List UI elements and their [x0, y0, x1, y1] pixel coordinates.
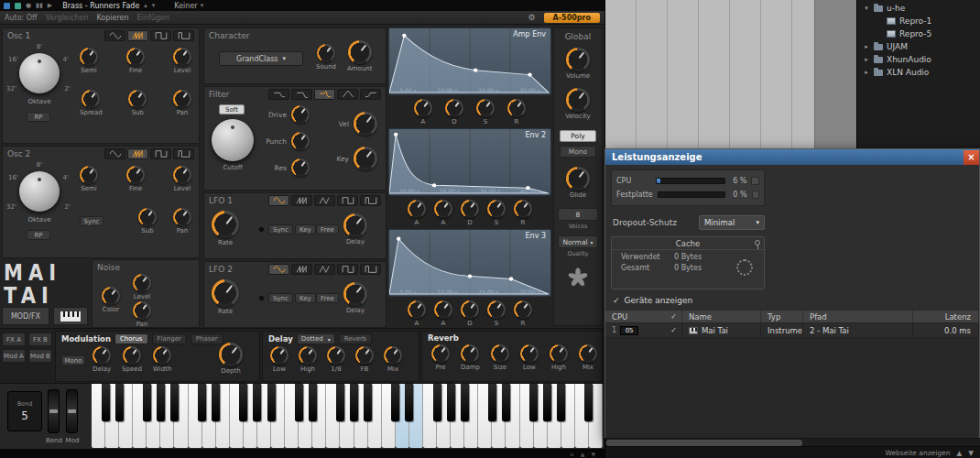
- piano-black-key[interactable]: [447, 384, 455, 421]
- close-button[interactable]: ×: [964, 150, 979, 165]
- pin-icon[interactable]: [755, 240, 760, 245]
- cpu-meter-icon[interactable]: [751, 177, 759, 185]
- knob-lfo1-delay[interactable]: [343, 213, 367, 237]
- knob-spread[interactable]: [82, 90, 100, 108]
- knob-vel[interactable]: [354, 112, 377, 136]
- tab-chorus[interactable]: Chorus: [114, 333, 148, 344]
- knob-high[interactable]: [550, 344, 568, 363]
- env2-display[interactable]: Env 2 20.00 s25.00 s30.00 s40.00 s: [388, 128, 551, 196]
- pitch-bend-wheel[interactable]: [48, 389, 60, 433]
- window-icon[interactable]: [4, 3, 10, 9]
- osc1-octave-knob[interactable]: [19, 53, 60, 93]
- knob-level[interactable]: [173, 166, 191, 184]
- pause-icon[interactable]: ▮▮: [36, 3, 43, 9]
- knob-a[interactable]: [434, 200, 452, 218]
- lfo1-sync-button[interactable]: Sync: [268, 224, 293, 234]
- knob-speed[interactable]: [123, 346, 141, 365]
- dropout-select[interactable]: Minimal ▾: [699, 215, 765, 230]
- knob-damp[interactable]: [461, 344, 479, 363]
- lp2-wave-button[interactable]: [291, 89, 312, 100]
- knob-delay[interactable]: [93, 346, 111, 365]
- piano-black-key[interactable]: [488, 384, 496, 421]
- knob-amount[interactable]: [348, 40, 372, 64]
- lp3-wave-button[interactable]: [314, 89, 335, 100]
- piano-black-key[interactable]: [391, 384, 399, 421]
- knob-velocity[interactable]: [566, 88, 590, 112]
- piano-black-key[interactable]: [253, 384, 261, 421]
- square-wave-button[interactable]: [150, 148, 171, 159]
- piano-black-key[interactable]: [433, 384, 441, 421]
- knob-high[interactable]: [299, 346, 317, 365]
- gear-icon[interactable]: ⚙: [528, 13, 536, 22]
- piano-black-key[interactable]: [557, 384, 565, 421]
- amp-env-display[interactable]: Amp Env 5.00 s10.00 s15.00 s20.00 s: [388, 27, 551, 95]
- piano-black-key[interactable]: [157, 384, 165, 421]
- browser-item-ujam[interactable]: ▸UJAM: [857, 40, 980, 53]
- browser-item-repro-5[interactable]: Repro-5: [857, 27, 980, 40]
- piano-black-key[interactable]: [115, 384, 124, 421]
- lfo2-key-button[interactable]: Key: [295, 293, 316, 303]
- fx-a-button[interactable]: FX A: [2, 333, 26, 346]
- knob-a[interactable]: [408, 300, 426, 319]
- knob-d[interactable]: [461, 300, 479, 319]
- piano-black-key[interactable]: [212, 384, 220, 421]
- chorus-mono-button[interactable]: Mono: [61, 355, 85, 365]
- scroll-up-icon[interactable]: ▲: [581, 451, 585, 457]
- keyboard-view-button[interactable]: [53, 307, 88, 325]
- knob-level[interactable]: [173, 48, 191, 66]
- saw2-wave-button[interactable]: [127, 148, 148, 159]
- piano-black-key[interactable]: [502, 384, 510, 421]
- cutoff-knob[interactable]: [212, 119, 254, 161]
- knob-res[interactable]: [291, 158, 310, 177]
- knob-fb[interactable]: [355, 346, 374, 365]
- piano-black-key[interactable]: [336, 384, 344, 421]
- piano-black-key[interactable]: [529, 384, 538, 421]
- fx-chain-select[interactable]: Keiner ▾: [174, 2, 203, 10]
- knob-1-8[interactable]: [327, 346, 345, 365]
- knob-s[interactable]: [487, 200, 506, 218]
- sine-wave-button[interactable]: [104, 30, 125, 41]
- knob-key[interactable]: [354, 147, 377, 170]
- piano-black-key[interactable]: [364, 384, 372, 421]
- rp-button[interactable]: RP: [27, 112, 50, 122]
- horizontal-scrollbar[interactable]: [605, 439, 980, 447]
- scroll-down-icon[interactable]: ▼: [968, 449, 974, 457]
- character-type-select[interactable]: GrandClass ▾: [219, 51, 303, 66]
- piano-black-key[interactable]: [295, 384, 303, 421]
- compare-button[interactable]: Vergleichen: [46, 14, 89, 22]
- knob-fine[interactable]: [126, 166, 145, 184]
- saw2-wave-button[interactable]: [291, 195, 312, 206]
- scroll-down-icon[interactable]: ▼: [591, 451, 595, 457]
- preset-spin-down-icon[interactable]: ▾: [152, 3, 156, 9]
- tri-wave-button[interactable]: [314, 264, 335, 275]
- knob-r[interactable]: [507, 99, 526, 117]
- knob-s[interactable]: [476, 99, 495, 117]
- osc2-octave-knob[interactable]: [19, 171, 60, 212]
- knob-glide[interactable]: [566, 167, 590, 191]
- knob-low[interactable]: [520, 344, 539, 363]
- scrollbar-thumb[interactable]: [606, 440, 802, 446]
- piano-black-key[interactable]: [350, 384, 358, 421]
- tri-wave-button[interactable]: [314, 195, 335, 206]
- lfo2-free-button[interactable]: Free: [316, 293, 339, 303]
- delay-mode-select[interactable]: Dotted ▾: [297, 333, 335, 344]
- voices-stepper[interactable]: 8: [558, 208, 598, 221]
- piano-black-key[interactable]: [143, 384, 151, 421]
- piano-black-key[interactable]: [239, 384, 247, 421]
- knob-lfo2-delay[interactable]: [343, 282, 367, 306]
- piano-black-key[interactable]: [543, 384, 551, 421]
- knob-pre[interactable]: [431, 344, 450, 363]
- square-wave-button[interactable]: [337, 264, 358, 275]
- sine-wave-button[interactable]: [268, 264, 289, 275]
- knob-semi[interactable]: [80, 166, 98, 184]
- preset-spin-up-icon[interactable]: ▴: [144, 3, 147, 9]
- scroll-up-icon[interactable]: ▲: [956, 449, 962, 457]
- knob-lfo1-rate[interactable]: [212, 211, 239, 238]
- mod-a-button[interactable]: Mod A: [2, 349, 26, 363]
- knob-a[interactable]: [414, 99, 432, 117]
- browser-item-u-he[interactable]: ▾u-he: [857, 2, 980, 15]
- knob-a[interactable]: [408, 200, 426, 218]
- square-wave-button[interactable]: [337, 195, 358, 206]
- knob-sub[interactable]: [128, 90, 147, 108]
- mod-b-button[interactable]: Mod B: [28, 349, 52, 363]
